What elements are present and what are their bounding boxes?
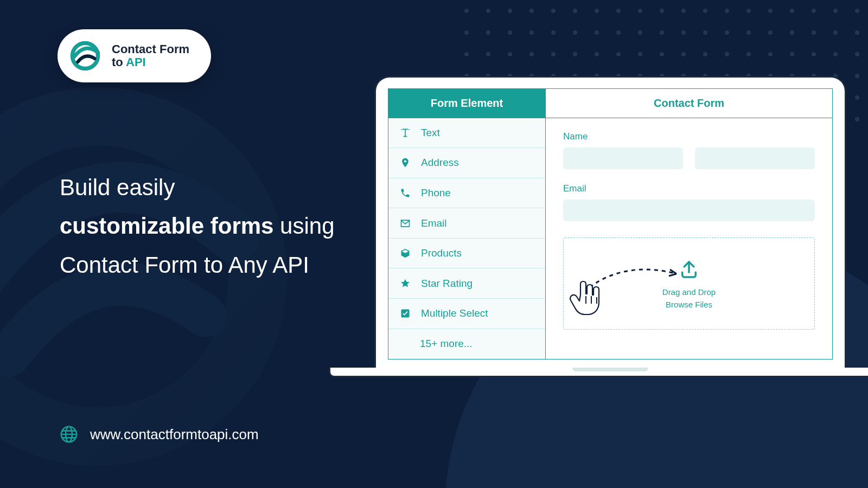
- globe-icon: [60, 425, 78, 444]
- form-elements-title: Form Element: [388, 89, 545, 118]
- phone-icon: [399, 187, 411, 199]
- email-input[interactable]: [563, 200, 815, 221]
- envelope-icon: [399, 217, 411, 229]
- element-more[interactable]: 15+ more...: [388, 329, 545, 359]
- website-row: www.contactformtoapi.com: [60, 425, 259, 444]
- brand-line1: Contact Form: [112, 43, 189, 56]
- element-email[interactable]: Email: [388, 208, 545, 239]
- form-elements-panel: Form Element Text Address: [388, 89, 546, 359]
- element-star-rating[interactable]: Star Rating: [388, 268, 545, 299]
- element-label: Text: [421, 127, 440, 139]
- brand-badge: Contact Form to API: [58, 29, 211, 82]
- contact-form-panel: Contact Form Name Email Drag and Drop: [546, 89, 832, 359]
- dropzone-line1: Drag and Drop: [662, 287, 716, 297]
- element-label: Phone: [421, 187, 451, 199]
- contact-form-title: Contact Form: [546, 89, 832, 118]
- last-name-input[interactable]: [695, 147, 815, 169]
- form-canvas[interactable]: Name Email Drag and Drop Browse Files: [546, 118, 832, 359]
- element-address[interactable]: Address: [388, 148, 545, 178]
- form-builder: Form Element Text Address: [388, 88, 833, 359]
- pin-icon: [399, 157, 411, 169]
- brand-text: Contact Form to API: [112, 43, 189, 69]
- brand-logo-icon: [68, 39, 102, 73]
- element-label: Multiple Select: [421, 307, 488, 319]
- brand-line2: to API: [112, 56, 189, 69]
- headline: Build easily customizable forms using Co…: [60, 168, 396, 284]
- name-label: Name: [563, 131, 815, 142]
- headline-line1: Build easily: [60, 168, 396, 207]
- element-multiple-select[interactable]: Multiple Select: [388, 299, 545, 329]
- headline-line2: customizable forms using: [60, 207, 396, 245]
- file-dropzone[interactable]: Drag and Drop Browse Files: [563, 237, 815, 330]
- laptop-base: [329, 368, 868, 377]
- email-label: Email: [563, 183, 815, 194]
- checklist-icon: [399, 307, 411, 319]
- dropzone-line2: Browse Files: [666, 300, 712, 309]
- upload-icon: [678, 258, 700, 281]
- element-label: Star Rating: [421, 278, 473, 290]
- text-icon: [399, 127, 411, 139]
- element-label: Products: [421, 247, 462, 259]
- headline-line3: Contact Form to Any API: [60, 246, 396, 284]
- element-label: Email: [421, 217, 447, 229]
- box-icon: [399, 247, 411, 259]
- star-icon: [399, 278, 411, 290]
- website-url: www.contactformtoapi.com: [90, 426, 259, 443]
- laptop-screen: Form Element Text Address: [374, 76, 846, 368]
- laptop-mockup: Form Element Text Address: [374, 76, 846, 377]
- element-text[interactable]: Text: [388, 118, 545, 149]
- element-phone[interactable]: Phone: [388, 178, 545, 209]
- element-products[interactable]: Products: [388, 239, 545, 269]
- element-label: Address: [421, 157, 459, 169]
- first-name-input[interactable]: [563, 147, 683, 169]
- element-more-label: 15+ more...: [420, 338, 473, 350]
